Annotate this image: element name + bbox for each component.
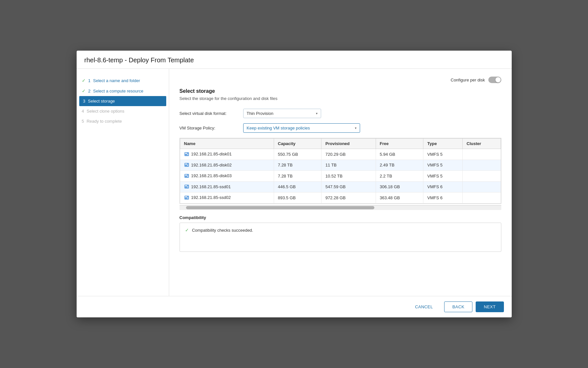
- disk-icon: [184, 195, 189, 200]
- sidebar-label-step3: Select storage: [88, 99, 115, 104]
- cell-name: 192.168.21.85-disk03: [180, 171, 274, 182]
- storage-table: Name Capacity Provisioned Free Type Clus…: [180, 138, 501, 203]
- disk-format-value: Thin Provision: [247, 111, 273, 116]
- sidebar-label-step4: Select clone options: [87, 109, 124, 114]
- sidebar-label-step2: Select a compute resource: [93, 89, 144, 93]
- col-type: Type: [423, 139, 463, 149]
- sidebar-item-step5: 5 Ready to complete: [77, 116, 169, 126]
- col-cluster: Cluster: [463, 139, 501, 149]
- sidebar-item-step4: 4 Select clone options: [77, 106, 169, 116]
- cell-cluster: [463, 192, 501, 203]
- table-scrollbar-area[interactable]: [180, 205, 501, 210]
- cell-free: 2.49 TB: [376, 160, 423, 171]
- disk-icon: [184, 162, 189, 167]
- storage-table-wrapper: Name Capacity Provisioned Free Type Clus…: [180, 138, 501, 204]
- back-button[interactable]: BACK: [444, 301, 472, 312]
- svg-rect-0: [184, 152, 189, 156]
- cell-free: 2.2 TB: [376, 171, 423, 182]
- cell-free: 306.18 GB: [376, 181, 423, 192]
- cell-cluster: [463, 160, 501, 171]
- check-icon-step1: ✓: [82, 78, 86, 83]
- table-row[interactable]: 192.168.21.85-ssd02 893.5 GB 972.28 GB 3…: [180, 192, 501, 203]
- storage-table-body: 192.168.21.85-disk01 550.75 GB 720.29 GB…: [180, 149, 501, 203]
- cell-provisioned: 10.52 TB: [321, 171, 376, 182]
- sidebar-item-step2[interactable]: ✓ 2 Select a compute resource: [77, 86, 169, 96]
- storage-policy-row: VM Storage Policy: Keep existing VM stor…: [180, 123, 501, 133]
- table-row[interactable]: 192.168.21.85-disk03 7.28 TB 10.52 TB 2.…: [180, 171, 501, 182]
- cell-type: VMFS 6: [423, 192, 463, 203]
- horizontal-scrollbar[interactable]: [180, 205, 501, 210]
- cell-name: 192.168.21.85-ssd02: [180, 192, 274, 203]
- sidebar-item-step1[interactable]: ✓ 1 Select a name and folder: [77, 75, 169, 86]
- disk-format-select[interactable]: Thin Provision ▾: [243, 109, 321, 118]
- svg-rect-4: [185, 164, 187, 165]
- cell-provisioned: 720.29 GB: [321, 149, 376, 160]
- cell-type: VMFS 5: [423, 149, 463, 160]
- modal-header: rhel-8.6-temp - Deploy From Template: [77, 51, 512, 69]
- storage-policy-select[interactable]: Keep existing VM storage policies ▾: [243, 123, 360, 133]
- cell-capacity: 893.5 GB: [274, 192, 321, 203]
- col-free: Free: [376, 139, 423, 149]
- svg-rect-12: [184, 196, 189, 200]
- disk-icon: [184, 173, 189, 178]
- svg-rect-10: [185, 185, 187, 186]
- next-button[interactable]: NEXT: [476, 301, 504, 312]
- modal-footer: CANCEL BACK NEXT: [77, 296, 512, 317]
- col-provisioned: Provisioned: [321, 139, 376, 149]
- cell-name: 192.168.21.85-disk02: [180, 160, 274, 171]
- cell-cluster: [463, 181, 501, 192]
- wizard-sidebar: ✓ 1 Select a name and folder ✓ 2 Select …: [77, 69, 169, 296]
- section-title: Select storage: [180, 88, 501, 94]
- cell-capacity: 7.28 TB: [274, 171, 321, 182]
- cell-provisioned: 11 TB: [321, 160, 376, 171]
- chevron-down-icon-policy: ▾: [355, 126, 357, 130]
- sidebar-label-step1: Select a name and folder: [93, 78, 140, 83]
- cell-name: 192.168.21.85-ssd01: [180, 181, 274, 192]
- cell-capacity: 446.5 GB: [274, 181, 321, 192]
- scrollbar-thumb: [186, 206, 374, 209]
- cell-name: 192.168.21.85-disk01: [180, 149, 274, 160]
- table-row[interactable]: 192.168.21.85-disk01 550.75 GB 720.29 GB…: [180, 149, 501, 160]
- svg-point-14: [187, 197, 188, 199]
- modal-body: ✓ 1 Select a name and folder ✓ 2 Select …: [77, 69, 512, 296]
- check-icon-step2: ✓: [82, 88, 86, 93]
- cell-cluster: [463, 171, 501, 182]
- compatibility-title: Compatibility: [180, 215, 501, 220]
- cell-free: 5.94 GB: [376, 149, 423, 160]
- compatibility-box: ✓ Compatibility checks succeeded.: [180, 223, 501, 252]
- svg-point-2: [187, 154, 188, 155]
- storage-policy-value: Keep existing VM storage policies: [247, 126, 310, 130]
- svg-point-8: [187, 176, 188, 177]
- svg-point-5: [187, 165, 188, 166]
- chevron-down-icon: ▾: [316, 112, 318, 115]
- compatibility-message: Compatibility checks succeeded.: [192, 228, 253, 233]
- cell-cluster: [463, 149, 501, 160]
- svg-point-11: [187, 186, 188, 188]
- compatibility-section: Compatibility ✓ Compatibility checks suc…: [180, 215, 501, 252]
- sidebar-item-step3[interactable]: 3 Select storage: [79, 96, 166, 106]
- cell-free: 363.48 GB: [376, 192, 423, 203]
- table-row[interactable]: 192.168.21.85-disk02 7.28 TB 11 TB 2.49 …: [180, 160, 501, 171]
- disk-format-label: Select virtual disk format:: [180, 111, 238, 116]
- cancel-button[interactable]: CANCEL: [407, 301, 441, 312]
- svg-rect-7: [185, 175, 187, 176]
- table-row[interactable]: 192.168.21.85-ssd01 446.5 GB 547.59 GB 3…: [180, 181, 501, 192]
- cell-type: VMFS 6: [423, 181, 463, 192]
- disk-icon: [184, 184, 189, 189]
- configure-per-disk-toggle[interactable]: [488, 77, 501, 83]
- svg-rect-13: [185, 196, 187, 197]
- svg-rect-3: [184, 163, 189, 167]
- section-subtitle: Select the storage for the configuration…: [180, 96, 501, 101]
- disk-format-row: Select virtual disk format: Thin Provisi…: [180, 109, 501, 118]
- config-per-disk-label: Configure per disk: [451, 78, 485, 82]
- cell-capacity: 7.28 TB: [274, 160, 321, 171]
- compat-check-icon: ✓: [185, 227, 189, 233]
- disk-icon: [184, 152, 189, 157]
- main-content: Configure per disk Select storage Select…: [169, 69, 512, 296]
- deploy-template-modal: rhel-8.6-temp - Deploy From Template ✓ 1…: [77, 51, 512, 317]
- svg-rect-1: [185, 153, 187, 154]
- cell-provisioned: 547.59 GB: [321, 181, 376, 192]
- cell-capacity: 550.75 GB: [274, 149, 321, 160]
- svg-rect-9: [184, 185, 189, 189]
- col-capacity: Capacity: [274, 139, 321, 149]
